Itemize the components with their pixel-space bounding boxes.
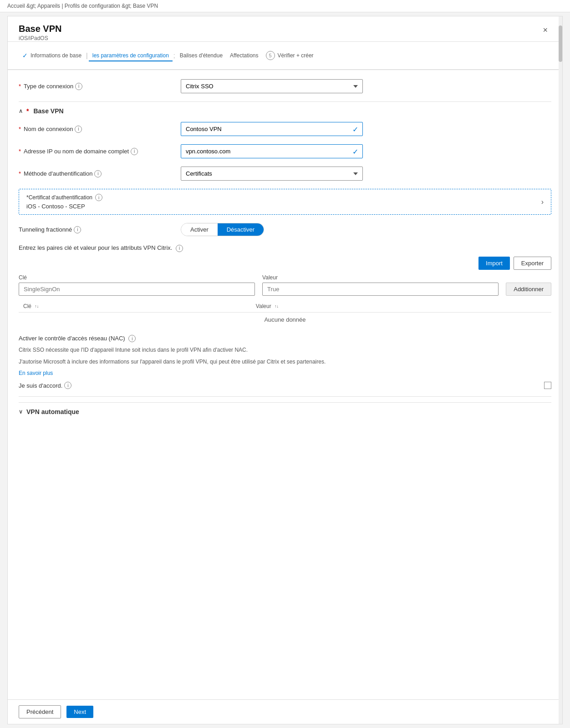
split-tunneling-label: Tunneling fractionné i bbox=[19, 226, 173, 233]
split-tunneling-row: Tunneling fractionné i Activer Désactive… bbox=[19, 223, 551, 236]
info-icon[interactable]: i bbox=[75, 126, 82, 133]
connection-name-row: * Nom de connexion i ✓ bbox=[19, 122, 551, 136]
back-button[interactable]: Précédent bbox=[19, 705, 61, 718]
agree-label-text: Je suis d'accord. bbox=[19, 382, 62, 389]
nac-title-text: Activer le contrôle d'accès réseau (NAC) bbox=[19, 335, 125, 342]
breadcrumb-text: Accueil &gt; Appareils | Profils de conf… bbox=[7, 3, 158, 9]
main-panel: Base VPN iOS/iPadOS × ✓ Informations de … bbox=[7, 16, 563, 724]
learn-more-link[interactable]: En savoir plus bbox=[19, 370, 53, 376]
key-label: Clé bbox=[19, 274, 255, 281]
connection-type-row: * Type de connexion i Citrix SSO Cisco A… bbox=[19, 79, 551, 93]
toggle-activer[interactable]: Activer bbox=[181, 223, 218, 236]
ip-address-input-wrap: ✓ bbox=[181, 144, 363, 158]
label-text: Nom de connexion bbox=[24, 126, 73, 132]
section-title: Base VPN bbox=[33, 107, 63, 115]
connection-name-control: ✓ bbox=[181, 122, 551, 136]
ip-address-row: * Adresse IP ou nom de domaine complet i… bbox=[19, 144, 551, 158]
connection-type-label: * Type de connexion i bbox=[19, 83, 173, 90]
key-input[interactable] bbox=[19, 283, 255, 296]
ip-address-control: ✓ bbox=[181, 144, 551, 158]
kvp-section: Entrez les paires clé et valeur pour les… bbox=[19, 244, 551, 327]
col-key[interactable]: Clé ↑↓ bbox=[19, 300, 251, 313]
footer-bar: Précédent Next bbox=[8, 699, 562, 724]
nac-agree-text: J'autorise Microsoft à inclure des infor… bbox=[19, 358, 551, 366]
sort-icon: ↑↓ bbox=[35, 304, 39, 308]
info-icon[interactable]: i bbox=[74, 226, 81, 233]
cert-label: *Certificat d'authentification i bbox=[26, 194, 102, 201]
base-vpn-section-header: ∧ * Base VPN bbox=[19, 101, 551, 115]
agree-checkbox[interactable] bbox=[544, 382, 551, 389]
connection-name-input[interactable] bbox=[181, 122, 363, 136]
label-text: Adresse IP ou nom de domaine complet bbox=[24, 148, 129, 155]
panel-subtitle: iOS/iPadOS bbox=[19, 35, 62, 41]
auth-method-row: * Méthode d'authentification i Certifica… bbox=[19, 167, 551, 181]
close-button[interactable]: × bbox=[539, 24, 551, 37]
cert-box-left: *Certificat d'authentification i iOS - C… bbox=[26, 194, 102, 210]
step-sep-1: | bbox=[85, 52, 89, 59]
info-icon[interactable]: i bbox=[128, 335, 136, 342]
page-container: Accueil &gt; Appareils | Profils de conf… bbox=[0, 0, 570, 728]
auth-method-label: * Méthode d'authentification i bbox=[19, 170, 173, 177]
cert-box[interactable]: *Certificat d'authentification i iOS - C… bbox=[19, 189, 551, 215]
auto-vpn-section-header: ∨ VPN automatique bbox=[19, 402, 551, 415]
split-tunneling-control: Activer Désactiver bbox=[181, 223, 551, 236]
info-icon[interactable]: i bbox=[64, 382, 71, 389]
key-field-group: Clé bbox=[19, 274, 255, 296]
connection-type-select[interactable]: Citrix SSO Cisco AnyConnect IKEv2 bbox=[181, 79, 363, 93]
info-icon[interactable]: i bbox=[95, 194, 102, 201]
import-button[interactable]: Import bbox=[478, 257, 510, 270]
auto-vpn-title: VPN automatique bbox=[26, 408, 79, 415]
nac-section: Activer le contrôle d'accès réseau (NAC)… bbox=[19, 335, 551, 389]
connection-name-input-wrap: ✓ bbox=[181, 122, 363, 136]
table-row: Aucune donnée bbox=[19, 312, 551, 327]
info-icon[interactable]: i bbox=[94, 170, 102, 177]
step-informations[interactable]: ✓ Informations de base bbox=[19, 50, 85, 61]
info-icon[interactable]: i bbox=[75, 83, 82, 90]
add-button-wrap: Additionner bbox=[506, 274, 551, 296]
table-header-row: Clé ↑↓ Valeur ↑↓ bbox=[19, 300, 551, 313]
step-label: les paramètres de configuration bbox=[92, 52, 169, 59]
check-icon: ✓ bbox=[22, 52, 28, 59]
value-input[interactable] bbox=[262, 283, 499, 296]
col-key-label: Clé bbox=[23, 303, 31, 309]
connection-type-control: Citrix SSO Cisco AnyConnect IKEv2 bbox=[181, 79, 551, 93]
step-verifier[interactable]: 5 Vérifier + créer bbox=[262, 49, 317, 62]
step-affectations[interactable]: Affectations bbox=[226, 51, 262, 61]
breadcrumb: Accueil &gt; Appareils | Profils de conf… bbox=[0, 0, 570, 12]
auth-method-control: Certificats Nom d'utilisateur et mot de … bbox=[181, 167, 551, 181]
ip-address-input[interactable] bbox=[181, 144, 363, 158]
cert-label-text: *Certificat d'authentification bbox=[26, 194, 92, 201]
label-text: Méthode d'authentification bbox=[24, 170, 92, 177]
add-button[interactable]: Additionner bbox=[506, 283, 551, 296]
scrollbar-track bbox=[559, 16, 562, 724]
step-label: Informations de base bbox=[31, 52, 81, 59]
next-button[interactable]: Next bbox=[66, 706, 93, 718]
info-icon[interactable]: i bbox=[131, 148, 138, 155]
label-text: Tunneling fractionné bbox=[19, 226, 72, 233]
auth-method-select[interactable]: Certificats Nom d'utilisateur et mot de … bbox=[181, 167, 363, 181]
section-toggle-icon[interactable]: ∨ bbox=[19, 409, 23, 415]
step-balises[interactable]: Balises d'étendue bbox=[176, 51, 226, 61]
step-label: Affectations bbox=[230, 52, 258, 59]
col-value[interactable]: Valeur ↑↓ bbox=[251, 300, 551, 313]
agree-label: Je suis d'accord. i bbox=[19, 382, 537, 389]
step-label: Balises d'étendue bbox=[180, 52, 223, 59]
nac-title: Activer le contrôle d'accès réseau (NAC)… bbox=[19, 335, 551, 343]
export-button[interactable]: Exporter bbox=[514, 257, 551, 270]
nac-description: Citrix SSO nécessite que l'ID d'appareil… bbox=[19, 346, 551, 354]
step-configuration[interactable]: les paramètres de configuration bbox=[89, 51, 173, 61]
required-star: * bbox=[26, 107, 29, 115]
label-text: Type de connexion bbox=[24, 83, 73, 90]
scrollbar-thumb[interactable] bbox=[559, 25, 562, 62]
kvp-description: Entrez les paires clé et valeur pour les… bbox=[19, 244, 551, 252]
panel-title-area: Base VPN iOS/iPadOS bbox=[19, 24, 62, 41]
page-title: Base VPN bbox=[19, 24, 62, 34]
kvp-desc-text: Entrez les paires clé et valeur pour les… bbox=[19, 244, 172, 251]
info-icon[interactable]: i bbox=[176, 245, 183, 252]
value-field-group: Valeur bbox=[262, 274, 499, 296]
form-content: * Type de connexion i Citrix SSO Cisco A… bbox=[8, 70, 562, 699]
auto-vpn-section: ∨ VPN automatique bbox=[19, 396, 551, 415]
section-toggle-icon[interactable]: ∧ bbox=[19, 108, 23, 114]
no-data-cell: Aucune donnée bbox=[19, 312, 551, 327]
toggle-desactiver[interactable]: Désactiver bbox=[218, 223, 264, 236]
